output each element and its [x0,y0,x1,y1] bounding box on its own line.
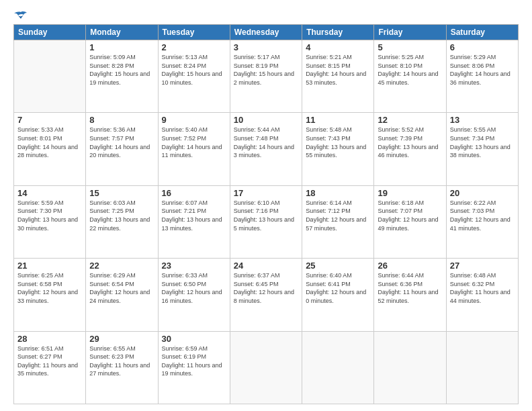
calendar-cell: 25Sunrise: 6:40 AMSunset: 6:41 PMDayligh… [302,259,374,331]
cell-info: Sunrise: 6:44 AMSunset: 6:36 PMDaylight:… [378,271,442,305]
cell-info: Sunrise: 6:37 AMSunset: 6:45 PMDaylight:… [234,271,298,305]
calendar-cell: 1Sunrise: 5:09 AMSunset: 8:28 PMDaylight… [86,40,158,113]
calendar-cell: 9Sunrise: 5:40 AMSunset: 7:52 PMDaylight… [158,113,230,185]
cell-info: Sunrise: 6:59 AMSunset: 6:19 PMDaylight:… [162,345,226,378]
calendar-cell: 15Sunrise: 6:03 AMSunset: 7:25 PMDayligh… [86,185,158,258]
calendar-week-row: 1Sunrise: 5:09 AMSunset: 8:28 PMDaylight… [14,40,519,113]
cell-info: Sunrise: 5:40 AMSunset: 7:52 PMDaylight:… [162,126,226,159]
day-number: 20 [450,188,515,198]
day-number: 2 [162,42,226,52]
calendar-cell: 8Sunrise: 5:36 AMSunset: 7:57 PMDaylight… [86,113,158,185]
cell-info: Sunrise: 5:59 AMSunset: 7:30 PMDaylight:… [17,199,82,232]
cell-info: Sunrise: 5:13 AMSunset: 8:24 PMDaylight:… [162,53,226,87]
day-number: 22 [89,261,154,271]
day-number: 7 [17,115,82,125]
logo-bird-icon [14,11,28,21]
cell-info: Sunrise: 6:14 AMSunset: 7:12 PMDaylight:… [306,199,370,232]
calendar-cell: 29Sunrise: 6:55 AMSunset: 6:23 PMDayligh… [86,331,158,404]
day-header-monday: Monday [86,25,158,40]
cell-info: Sunrise: 5:48 AMSunset: 7:43 PMDaylight:… [306,126,370,159]
calendar-page: SundayMondayTuesdayWednesdayThursdayFrid… [0,0,532,411]
day-number: 21 [17,261,82,271]
day-number: 15 [89,188,154,198]
day-number: 8 [89,115,154,125]
calendar-cell: 14Sunrise: 5:59 AMSunset: 7:30 PMDayligh… [14,185,86,258]
calendar-cell: 30Sunrise: 6:59 AMSunset: 6:19 PMDayligh… [158,331,230,404]
cell-info: Sunrise: 5:17 AMSunset: 8:19 PMDaylight:… [234,53,298,87]
day-number: 10 [234,115,298,125]
cell-info: Sunrise: 6:25 AMSunset: 6:58 PMDaylight:… [17,271,82,305]
calendar-cell [14,40,86,113]
calendar-week-row: 7Sunrise: 5:33 AMSunset: 8:01 PMDaylight… [14,113,519,185]
cell-info: Sunrise: 6:10 AMSunset: 7:16 PMDaylight:… [234,199,298,232]
cell-info: Sunrise: 6:40 AMSunset: 6:41 PMDaylight:… [306,271,370,305]
calendar-cell: 13Sunrise: 5:55 AMSunset: 7:34 PMDayligh… [446,113,518,185]
day-number: 25 [306,261,370,271]
calendar-cell: 12Sunrise: 5:52 AMSunset: 7:39 PMDayligh… [374,113,446,185]
calendar-cell: 2Sunrise: 5:13 AMSunset: 8:24 PMDaylight… [158,40,230,113]
day-number: 1 [89,42,154,52]
day-number: 9 [162,115,226,125]
cell-info: Sunrise: 6:55 AMSunset: 6:23 PMDaylight:… [89,345,154,378]
day-number: 24 [234,261,298,271]
cell-info: Sunrise: 5:09 AMSunset: 8:28 PMDaylight:… [89,53,154,87]
calendar-cell: 24Sunrise: 6:37 AMSunset: 6:45 PMDayligh… [230,259,302,331]
day-number: 13 [450,115,515,125]
cell-info: Sunrise: 6:18 AMSunset: 7:07 PMDaylight:… [378,199,442,232]
calendar-cell [374,331,446,404]
calendar-cell: 3Sunrise: 5:17 AMSunset: 8:19 PMDaylight… [230,40,302,113]
day-header-saturday: Saturday [446,25,518,40]
calendar-cell: 16Sunrise: 6:07 AMSunset: 7:21 PMDayligh… [158,185,230,258]
cell-info: Sunrise: 6:07 AMSunset: 7:21 PMDaylight:… [162,199,226,232]
day-number: 30 [162,334,226,344]
calendar-cell: 20Sunrise: 6:22 AMSunset: 7:03 PMDayligh… [446,185,518,258]
calendar-cell: 22Sunrise: 6:29 AMSunset: 6:54 PMDayligh… [86,259,158,331]
calendar-cell: 5Sunrise: 5:25 AMSunset: 8:10 PMDaylight… [374,40,446,113]
calendar-cell: 27Sunrise: 6:48 AMSunset: 6:32 PMDayligh… [446,259,518,331]
calendar-cell: 19Sunrise: 6:18 AMSunset: 7:07 PMDayligh… [374,185,446,258]
calendar-cell: 7Sunrise: 5:33 AMSunset: 8:01 PMDaylight… [14,113,86,185]
day-header-tuesday: Tuesday [158,25,230,40]
day-number: 14 [17,188,82,198]
calendar-cell: 18Sunrise: 6:14 AMSunset: 7:12 PMDayligh… [302,185,374,258]
cell-info: Sunrise: 6:33 AMSunset: 6:50 PMDaylight:… [162,271,226,305]
day-number: 29 [89,334,154,344]
cell-info: Sunrise: 5:52 AMSunset: 7:39 PMDaylight:… [378,126,442,159]
calendar-cell: 21Sunrise: 6:25 AMSunset: 6:58 PMDayligh… [14,259,86,331]
calendar-body: 1Sunrise: 5:09 AMSunset: 8:28 PMDaylight… [14,40,519,404]
calendar-cell [302,331,374,404]
cell-info: Sunrise: 5:25 AMSunset: 8:10 PMDaylight:… [378,53,442,87]
day-header-wednesday: Wednesday [230,25,302,40]
cell-info: Sunrise: 5:55 AMSunset: 7:34 PMDaylight:… [450,126,515,159]
day-number: 27 [450,261,515,271]
cell-info: Sunrise: 5:44 AMSunset: 7:48 PMDaylight:… [234,126,298,159]
cell-info: Sunrise: 6:51 AMSunset: 6:27 PMDaylight:… [17,345,82,378]
calendar-cell: 11Sunrise: 5:48 AMSunset: 7:43 PMDayligh… [302,113,374,185]
calendar-cell [446,331,518,404]
day-header-thursday: Thursday [302,25,374,40]
day-number: 11 [306,115,370,125]
day-header-sunday: Sunday [14,25,86,40]
calendar-cell: 17Sunrise: 6:10 AMSunset: 7:16 PMDayligh… [230,185,302,258]
cell-info: Sunrise: 5:33 AMSunset: 8:01 PMDaylight:… [17,126,82,159]
day-number: 19 [378,188,442,198]
cell-info: Sunrise: 5:29 AMSunset: 8:06 PMDaylight:… [450,53,515,87]
day-number: 3 [234,42,298,52]
calendar-cell: 23Sunrise: 6:33 AMSunset: 6:50 PMDayligh… [158,259,230,331]
day-number: 16 [162,188,226,198]
day-number: 26 [378,261,442,271]
cell-info: Sunrise: 5:21 AMSunset: 8:15 PMDaylight:… [306,53,370,87]
calendar-cell: 10Sunrise: 5:44 AMSunset: 7:48 PMDayligh… [230,113,302,185]
logo [13,11,28,19]
calendar-table: SundayMondayTuesdayWednesdayThursdayFrid… [13,24,519,404]
calendar-cell: 6Sunrise: 5:29 AMSunset: 8:06 PMDaylight… [446,40,518,113]
calendar-cell: 26Sunrise: 6:44 AMSunset: 6:36 PMDayligh… [374,259,446,331]
header [13,11,519,19]
day-number: 18 [306,188,370,198]
calendar-week-row: 14Sunrise: 5:59 AMSunset: 7:30 PMDayligh… [14,185,519,258]
calendar-week-row: 28Sunrise: 6:51 AMSunset: 6:27 PMDayligh… [14,331,519,404]
day-number: 6 [450,42,515,52]
day-number: 12 [378,115,442,125]
calendar-cell: 4Sunrise: 5:21 AMSunset: 8:15 PMDaylight… [302,40,374,113]
day-number: 4 [306,42,370,52]
